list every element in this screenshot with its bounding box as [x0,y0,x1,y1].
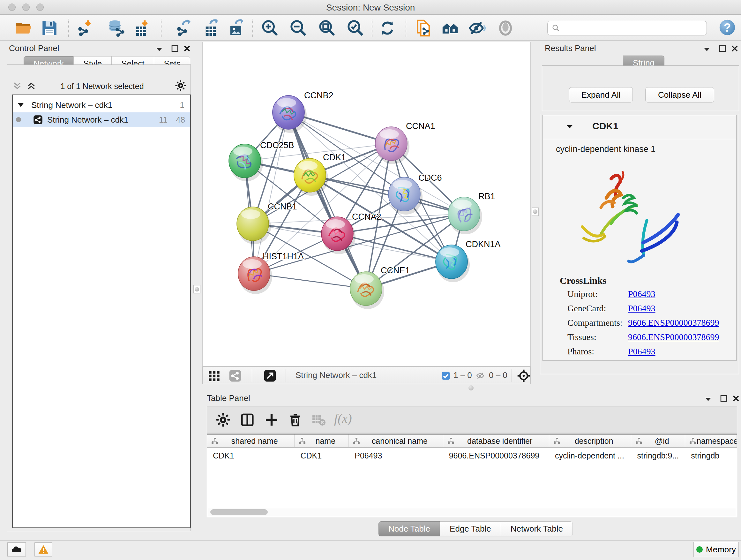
delete-table-button[interactable] [310,411,328,429]
column-header-database-identifier[interactable]: database identifier [443,435,549,447]
cdk1-section-header[interactable]: CDK1 [542,115,737,139]
zoom-out-button[interactable] [288,18,309,38]
create-column-button[interactable] [263,411,280,429]
section-collapse-icon[interactable] [565,124,574,130]
network-options-gear-icon[interactable] [175,80,186,91]
selected-checkbox-icon[interactable] [441,371,451,381]
cell-namespace[interactable]: stringdb [685,449,737,462]
column-type-icon [353,437,360,444]
cell-description[interactable]: cyclin-dependent ... [549,449,631,462]
node-hist1h1a[interactable]: HIST1H1A [238,252,304,294]
tab-network-table[interactable]: Network Table [501,521,573,537]
zoom-fit-button[interactable] [317,18,337,38]
network-thumbnail-icon[interactable] [229,369,242,382]
node-cdc6[interactable]: CDC6 [388,173,442,214]
control-panel-float-icon[interactable] [171,45,179,52]
crosslink-link[interactable]: P06493 [628,289,656,299]
edge-CCNB2-CCNE1[interactable] [288,112,366,289]
expand-all-chevron-icon[interactable] [27,82,36,90]
table-panel-close-icon[interactable] [732,395,740,402]
table-row[interactable]: CDK1CDK1P064939606.ENSP00000378699cyclin… [207,449,737,462]
zoom-in-button[interactable] [260,18,280,38]
cell-canonical-name[interactable]: P06493 [349,449,443,462]
detach-view-icon[interactable] [264,369,276,382]
column-header-id[interactable]: @id [631,435,685,447]
right-splitter-handle[interactable] [532,207,539,216]
tab-node-table[interactable]: Node Table [379,521,440,537]
crosslink-link[interactable]: 9606.ENSP00000378699 [628,318,719,328]
export-table-button[interactable] [202,18,222,38]
column-header-name[interactable]: name [294,435,349,447]
cloud-status-button[interactable] [7,543,26,557]
column-header-label: name [306,436,348,446]
control-panel-menu-icon[interactable] [155,47,163,52]
zoom-selected-button[interactable] [345,18,366,38]
control-panel: Control Panel NetworkStyleSelectSets 1 o… [0,41,198,539]
function-builder-button[interactable]: f(x) [334,411,352,426]
save-session-button[interactable] [39,18,60,38]
tab-edge-table[interactable]: Edge Table [440,521,501,537]
network-tree-root-row[interactable]: String Network – cdk1 1 [13,98,190,112]
show-preview-button[interactable] [495,18,516,38]
import-network-database-button[interactable] [106,18,127,38]
horizontal-splitter-handle[interactable] [468,385,474,390]
results-panel-close-icon[interactable] [731,45,738,52]
cell-database-identifier[interactable]: 9606.ENSP00000378699 [443,449,549,462]
left-splitter-handle[interactable] [193,285,200,294]
cell-id[interactable]: stringdb:9... [631,449,685,462]
network-graph[interactable]: CCNB2CCNA1CDC25BCDK1CDC6RB1CCNB1CCNA2CDK… [203,42,531,367]
column-header-description[interactable]: description [549,435,631,447]
node-ccna2[interactable]: CCNA2 [321,212,381,254]
first-neighbors-button[interactable] [440,18,461,38]
node-ccnb2[interactable]: CCNB2 [273,91,333,133]
search-input[interactable] [563,23,703,33]
toolbar-separator [286,369,286,382]
warnings-button[interactable] [35,543,52,557]
expand-all-button[interactable]: Expand All [569,87,633,103]
crosslink-link[interactable]: 9606.ENSP00000378699 [628,332,719,342]
table-panel-float-icon[interactable] [720,395,728,402]
cell-name[interactable]: CDK1 [295,449,349,462]
open-session-button[interactable] [13,18,34,38]
export-image-button[interactable] [226,18,247,38]
scrollbar-thumb[interactable] [210,509,268,515]
hide-selected-button[interactable] [467,18,487,38]
crosslink-link[interactable]: P06493 [628,347,656,357]
import-network-file-button[interactable] [75,18,96,38]
crosslink-link[interactable]: P06493 [628,303,656,314]
delete-column-button[interactable] [286,411,304,429]
cell-shared-name[interactable]: CDK1 [207,449,295,462]
control-panel-close-icon[interactable] [183,45,191,52]
tree-expand-icon[interactable] [17,103,24,108]
clone-network-icon [414,19,433,37]
column-header-namespace[interactable]: namespace [685,435,737,447]
node-cdkn1a[interactable]: CDKN1A [435,240,501,282]
apply-layout-button[interactable] [377,18,398,38]
show-columns-button[interactable] [239,411,256,429]
node-ccna1[interactable]: CCNA1 [375,121,435,164]
node-label-cdk1: CDK1 [323,152,346,162]
node-rb1[interactable]: RB1 [448,192,495,234]
collapse-all-button[interactable]: Collapse All [645,87,714,103]
column-header-shared-name[interactable]: shared name [207,435,294,447]
results-panel-menu-icon[interactable] [703,47,711,52]
network-canvas[interactable]: CCNB2CCNA1CDC25BCDK1CDC6RB1CCNB1CCNA2CDK… [202,42,531,367]
horizontal-scrollbar[interactable] [208,508,736,516]
edge-CCNB2-HIST1H1A[interactable] [254,112,288,273]
table-settings-button[interactable] [214,411,232,429]
grid-view-icon[interactable] [208,369,220,382]
export-network-button[interactable] [174,18,195,38]
collapse-all-chevron-icon[interactable] [13,82,22,90]
zoom-fit-icon [318,19,336,37]
results-panel-float-icon[interactable] [719,45,726,52]
node-cdc25b[interactable]: CDC25B [229,140,294,181]
clone-network-button[interactable] [414,18,434,38]
node-ccnb1[interactable]: CCNB1 [237,202,297,244]
table-panel-menu-icon[interactable] [704,396,712,402]
network-tree-child-row[interactable]: String Network – cdk1 11 48 [13,112,190,127]
birds-eye-crosshair-icon[interactable] [517,369,531,383]
help-button[interactable]: ? [717,17,738,38]
memory-button[interactable]: Memory [693,542,739,557]
column-header-canonical-name[interactable]: canonical name [349,435,443,447]
import-table-button[interactable] [132,18,152,38]
